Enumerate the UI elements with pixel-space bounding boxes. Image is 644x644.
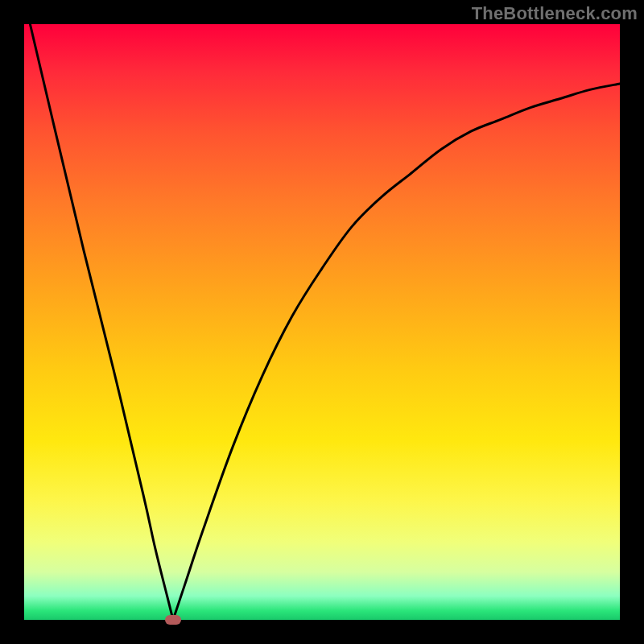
watermark-text: TheBottleneck.com — [472, 3, 638, 24]
curve-svg — [24, 24, 620, 620]
curve-right-branch — [173, 84, 620, 620]
curve-left-branch — [30, 24, 173, 620]
minimum-marker — [165, 615, 181, 625]
chart-container: TheBottleneck.com — [0, 0, 644, 644]
plot-area — [24, 24, 620, 620]
